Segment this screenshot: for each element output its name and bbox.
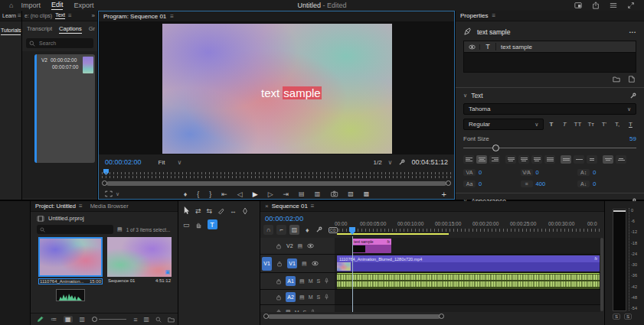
track-target-v1[interactable]: V1 [287, 258, 297, 268]
solo-button[interactable]: S [302, 310, 306, 313]
text-box-fill-button[interactable] [561, 155, 571, 164]
tab-captions[interactable]: Captions [59, 25, 82, 34]
tab-media-browser[interactable]: Media Browser [90, 203, 129, 210]
panel-menu-icon[interactable]: ≡ [18, 12, 21, 19]
text-settings-wrench-icon[interactable] [629, 93, 636, 99]
tab-graphics[interactable]: Gr [89, 25, 95, 34]
mark-in-button[interactable]: { [197, 190, 199, 198]
faux-italic-button[interactable]: T [559, 121, 570, 128]
caption-list-item[interactable]: V2 00:00:02:00 00:00:07:00 [34, 54, 95, 163]
thumbnail-zoom-slider[interactable] [92, 317, 126, 322]
mute-button[interactable]: M [309, 278, 313, 284]
hand-tool-icon[interactable] [195, 221, 202, 229]
button-editor-button[interactable]: ▩ [364, 190, 370, 197]
step-forward-button[interactable]: ▷ [268, 190, 273, 198]
add-button[interactable]: + [442, 190, 446, 199]
justify-last-center-button[interactable] [518, 155, 529, 164]
track-select-tool-icon[interactable]: ⇄ [195, 207, 201, 215]
freeform-view-button[interactable]: ▥ [80, 316, 86, 323]
mute-button[interactable]: M [295, 310, 299, 313]
timeline-horizontal-scrollbar[interactable] [262, 314, 599, 320]
timeline-wrench-icon[interactable] [315, 226, 322, 233]
slip-tool-icon[interactable]: ↔ [230, 207, 237, 215]
clip-video[interactable]: 1110764_Animation_Blurred_1280x720.mp4 f… [337, 255, 600, 271]
sync-lock-icon[interactable]: ▤ [299, 278, 305, 284]
lock-icon[interactable] [276, 309, 282, 312]
rectangle-tool-icon[interactable]: ▭ [183, 221, 190, 229]
line-height-value[interactable]: 400 [536, 180, 546, 187]
step-back-button[interactable]: ◁ [237, 190, 243, 198]
more-options-icon[interactable]: ••• [629, 30, 636, 34]
chevron-down-icon[interactable]: ∨ [463, 93, 467, 99]
program-timecode[interactable]: 00:00:02:00 [105, 158, 142, 166]
panel-menu-icon[interactable]: ≡ [492, 12, 495, 19]
fullscreen-icon[interactable] [627, 2, 635, 9]
new-group-folder-icon[interactable] [613, 76, 620, 83]
small-caps-button[interactable]: Tт [585, 121, 597, 128]
timeline-timecode[interactable]: 00:00:02:00 [265, 214, 303, 223]
project-search-input[interactable] [47, 226, 104, 233]
panel-menu-icon[interactable]: ≡ [311, 203, 315, 210]
font-size-value[interactable]: 59 [629, 135, 636, 142]
ripple-edit-tool-icon[interactable]: ⇆ [207, 207, 213, 215]
comparison-view-button[interactable]: ▧ [348, 190, 354, 197]
track-target-a2[interactable]: A2 [286, 292, 296, 302]
filter-bin-icon[interactable]: ▤ [117, 226, 123, 232]
linked-selection-button[interactable]: ⌐ [276, 225, 286, 235]
kerning-value[interactable]: 0 [536, 169, 539, 176]
tab-learn[interactable]: Learn [2, 13, 16, 18]
work-area-bar[interactable] [337, 233, 449, 235]
track-name-v2[interactable]: V2 [286, 243, 293, 249]
leading-value[interactable]: 0 [593, 169, 596, 176]
pen-tool-icon[interactable] [242, 207, 248, 215]
panel-menu-icon[interactable]: ≡ [79, 203, 83, 210]
add-marker-button[interactable]: ♦ [184, 190, 188, 198]
solo-right-button[interactable]: S [624, 314, 632, 320]
settings-wrench-icon[interactable] [398, 159, 405, 166]
panel-menu-icon[interactable]: ≡ [170, 13, 174, 20]
safe-margins-icon[interactable] [105, 190, 113, 197]
font-size-slider[interactable] [463, 145, 636, 152]
space-between-button[interactable] [574, 155, 584, 164]
mute-button[interactable]: M [309, 294, 313, 300]
stacked-panels-icon[interactable] [610, 2, 617, 9]
align-center-button[interactable] [476, 155, 487, 164]
tab-project[interactable]: Project: Untitled [35, 203, 76, 210]
slider-knob[interactable] [492, 145, 499, 151]
lift-button[interactable]: ▤ [299, 190, 305, 197]
new-bin-folder-icon[interactable] [168, 317, 175, 323]
solo-button[interactable]: S [316, 294, 320, 300]
export-frame-camera-icon[interactable] [330, 190, 338, 197]
tsume-value[interactable]: 0 [593, 180, 596, 187]
mark-out-button[interactable]: } [209, 190, 211, 198]
tab-sequence[interactable]: Sequence 01 [272, 203, 308, 210]
playback-resolution-select[interactable]: 1/2 ∨ [373, 159, 392, 166]
video-overlay-text[interactable]: text sample [261, 86, 322, 99]
close-icon[interactable]: × [265, 203, 269, 210]
snap-toggle-button[interactable]: ∩ [263, 225, 273, 235]
sidebar-item-tutorials[interactable]: Tutorials [1, 28, 21, 35]
sync-lock-icon[interactable]: ▤ [286, 309, 291, 312]
lock-icon[interactable] [276, 261, 283, 267]
sync-lock-icon[interactable]: ▤ [302, 261, 307, 267]
tracking-value[interactable]: 0 [479, 169, 482, 176]
find-icon[interactable] [155, 317, 162, 323]
tab-transcript[interactable]: Transcript [27, 25, 52, 34]
share-export-icon[interactable] [592, 2, 600, 9]
source-patch-v1[interactable]: V1 [262, 257, 272, 271]
timeline-vertical-scrollbar[interactable] [600, 238, 603, 311]
lock-icon[interactable] [276, 294, 282, 301]
new-layer-icon[interactable] [628, 76, 635, 83]
go-to-in-button[interactable]: ⇤ [221, 190, 227, 198]
tab-properties[interactable]: Properties [460, 12, 488, 19]
superscript-button[interactable]: T' [598, 121, 610, 128]
timeline-settings-button[interactable]: ▨ [289, 225, 299, 235]
workspace-icon[interactable] [574, 2, 582, 9]
section-text-title[interactable]: Text [471, 92, 483, 99]
faux-bold-button[interactable]: T [545, 121, 557, 128]
type-tool-button[interactable]: T [208, 219, 217, 229]
tab-hidden-clips[interactable]: e: (no clips) [25, 13, 52, 18]
layer-visibility-eye-icon[interactable] [464, 44, 480, 50]
subscript-button[interactable]: T, [612, 121, 623, 128]
underline-button[interactable]: T [625, 121, 636, 128]
